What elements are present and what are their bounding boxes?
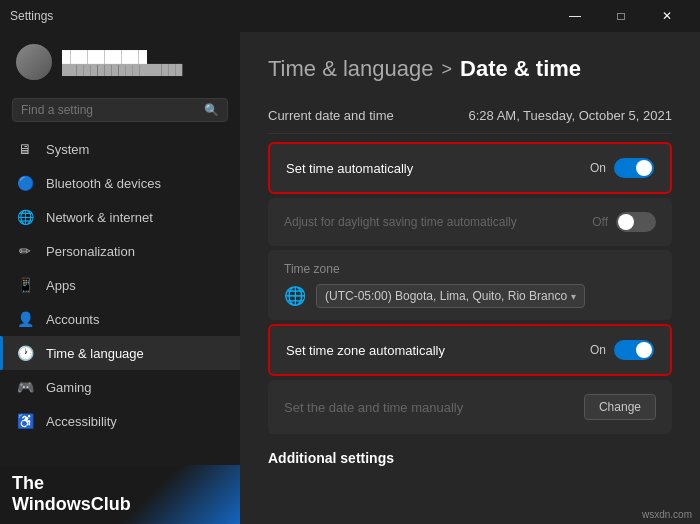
system-icon: 🖥 xyxy=(16,140,34,158)
manual-date-row: Set the date and time manually Change xyxy=(268,380,672,434)
network-icon: 🌐 xyxy=(16,208,34,226)
personalization-icon: ✏ xyxy=(16,242,34,260)
breadcrumb-parent: Time & language xyxy=(268,56,434,82)
minimize-button[interactable]: — xyxy=(552,0,598,32)
sidebar-item-system[interactable]: 🖥 System xyxy=(0,132,240,166)
sidebar-item-label-gaming: Gaming xyxy=(46,380,92,395)
breadcrumb-separator: > xyxy=(442,59,453,80)
breadcrumb: Time & language > Date & time xyxy=(268,56,672,82)
sidebar-item-gaming[interactable]: 🎮 Gaming xyxy=(0,370,240,404)
sidebar-item-accessibility[interactable]: ♿ Accessibility xyxy=(0,404,240,438)
set-timezone-auto-label: Set time zone automatically xyxy=(286,343,445,358)
avatar xyxy=(16,44,52,80)
sidebar-item-label-bluetooth: Bluetooth & devices xyxy=(46,176,161,191)
main-content: Time & language > Date & time Current da… xyxy=(240,32,700,524)
set-time-auto-toggle[interactable] xyxy=(614,158,654,178)
daylight-state: Off xyxy=(592,215,608,229)
window-controls: — □ ✕ xyxy=(552,0,690,32)
sidebar-item-label-apps: Apps xyxy=(46,278,76,293)
timezone-label: Time zone xyxy=(284,262,656,276)
manual-date-label: Set the date and time manually xyxy=(284,400,463,415)
search-bar[interactable]: 🔍 xyxy=(12,98,228,122)
close-button[interactable]: ✕ xyxy=(644,0,690,32)
apps-icon: 📱 xyxy=(16,276,34,294)
sidebar-item-time[interactable]: 🕐 Time & language xyxy=(0,336,240,370)
profile-info: ██████████ █████████████████ xyxy=(62,50,182,75)
title-bar: Settings — □ ✕ xyxy=(0,0,700,32)
timezone-select[interactable]: (UTC-05:00) Bogota, Lima, Quito, Rio Bra… xyxy=(316,284,585,308)
search-icon: 🔍 xyxy=(204,103,219,117)
daylight-label: Adjust for daylight saving time automati… xyxy=(284,215,517,229)
accounts-icon: 👤 xyxy=(16,310,34,328)
maximize-button[interactable]: □ xyxy=(598,0,644,32)
profile-email: █████████████████ xyxy=(62,64,182,75)
sidebar-item-label-accessibility: Accessibility xyxy=(46,414,117,429)
current-date-row: Current date and time 6:28 AM, Tuesday, … xyxy=(268,98,672,134)
set-timezone-auto-control[interactable]: On xyxy=(590,340,654,360)
app-title: Settings xyxy=(10,9,53,23)
profile-name: ██████████ xyxy=(62,50,182,64)
sidebar-item-label-system: System xyxy=(46,142,89,157)
watermark-line2: WindowsClub xyxy=(12,494,228,516)
gaming-icon: 🎮 xyxy=(16,378,34,396)
accessibility-icon: ♿ xyxy=(16,412,34,430)
sidebar-item-apps[interactable]: 📱 Apps xyxy=(0,268,240,302)
set-timezone-auto-toggle[interactable] xyxy=(614,340,654,360)
chevron-down-icon: ▾ xyxy=(571,291,576,302)
change-button[interactable]: Change xyxy=(584,394,656,420)
additional-settings-heading: Additional settings xyxy=(268,450,672,466)
time-icon: 🕐 xyxy=(16,344,34,362)
sidebar-item-label-accounts: Accounts xyxy=(46,312,99,327)
timezone-section: Time zone 🌐 (UTC-05:00) Bogota, Lima, Qu… xyxy=(268,250,672,320)
daylight-row: Adjust for daylight saving time automati… xyxy=(268,198,672,246)
set-time-auto-control[interactable]: On xyxy=(590,158,654,178)
nav-list: 🖥 System 🔵 Bluetooth & devices 🌐 Network… xyxy=(0,132,240,438)
watermark: The WindowsClub xyxy=(0,465,240,524)
timezone-value: (UTC-05:00) Bogota, Lima, Quito, Rio Bra… xyxy=(325,289,567,303)
set-time-auto-label: Set time automatically xyxy=(286,161,413,176)
globe-icon: 🌐 xyxy=(284,285,306,307)
daylight-control[interactable]: Off xyxy=(592,212,656,232)
sidebar-item-network[interactable]: 🌐 Network & internet xyxy=(0,200,240,234)
set-timezone-auto-state: On xyxy=(590,343,606,357)
bluetooth-icon: 🔵 xyxy=(16,174,34,192)
set-time-auto-state: On xyxy=(590,161,606,175)
current-date-label: Current date and time xyxy=(268,108,394,123)
breadcrumb-current: Date & time xyxy=(460,56,581,82)
sidebar-item-label-personalization: Personalization xyxy=(46,244,135,259)
set-time-auto-row: Set time automatically On xyxy=(268,142,672,194)
current-date-value: 6:28 AM, Tuesday, October 5, 2021 xyxy=(468,108,672,123)
sidebar-item-label-time: Time & language xyxy=(46,346,144,361)
sidebar: ██████████ █████████████████ 🔍 🖥 System … xyxy=(0,32,240,524)
sidebar-item-label-network: Network & internet xyxy=(46,210,153,225)
daylight-toggle[interactable] xyxy=(616,212,656,232)
profile-section[interactable]: ██████████ █████████████████ xyxy=(0,32,240,92)
sidebar-item-bluetooth[interactable]: 🔵 Bluetooth & devices xyxy=(0,166,240,200)
set-timezone-auto-row: Set time zone automatically On xyxy=(268,324,672,376)
sidebar-item-personalization[interactable]: ✏ Personalization xyxy=(0,234,240,268)
wsxdn-label: wsxdn.com xyxy=(642,509,692,520)
sidebar-item-accounts[interactable]: 👤 Accounts xyxy=(0,302,240,336)
search-input[interactable] xyxy=(21,103,198,117)
watermark-line1: The xyxy=(12,473,228,495)
